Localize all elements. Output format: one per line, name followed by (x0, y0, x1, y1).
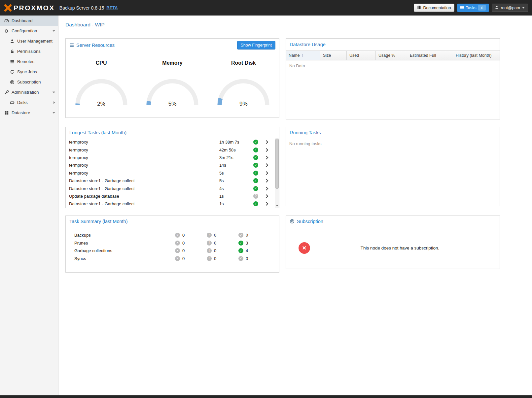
column-label: Usage % (378, 53, 395, 58)
datastore-usage-empty-text: No Data (286, 60, 500, 71)
chevron-right-icon[interactable] (266, 140, 275, 144)
sidebar-item-remotes[interactable]: Remotes (0, 56, 58, 67)
summary-label: Prunes (66, 241, 175, 246)
tasks-button[interactable]: Tasks 0 (457, 4, 489, 12)
sidebar-item-label: Dashboard (12, 18, 33, 23)
sidebar-item-sync-jobs[interactable]: Sync Jobs (0, 67, 58, 77)
ok-count: 4 (246, 248, 248, 253)
chevron-right-icon[interactable] (266, 148, 275, 152)
chevron-right-icon[interactable] (266, 186, 275, 191)
sidebar-item-label: Administration (12, 90, 39, 95)
task-row[interactable]: termproxy 1h 38m 7s ✓ (66, 138, 275, 146)
task-duration: 1h 38m 7s (219, 140, 253, 145)
ok-count-icon: ✓ (238, 256, 243, 261)
server-resources-panel: Server Resources Show Fingerprint CPU 2%… (65, 38, 279, 118)
task-name: Datastore store1 - Garbage collect (69, 201, 219, 206)
sidebar-item-user-management[interactable]: User Management (0, 36, 58, 46)
gauge-memory: Memory 5% (138, 57, 207, 117)
column-header-usage-[interactable]: Usage % (376, 51, 407, 60)
error-count-icon: × (175, 256, 180, 261)
warning-count-icon: ! (207, 233, 212, 238)
dashboard-content: Server Resources Show Fingerprint CPU 2%… (59, 33, 532, 278)
error-count-icon: × (175, 233, 180, 238)
datastore-icon (4, 111, 9, 115)
status-ok-icon: ✓ (253, 163, 266, 168)
warning-count: 0 (214, 248, 216, 253)
sidebar-item-disks[interactable]: Disks (0, 97, 58, 108)
chevron-right-icon[interactable] (266, 163, 275, 167)
task-name: Datastore store1 - Garbage collect (69, 186, 219, 191)
sidebar-item-label: Sync Jobs (17, 69, 37, 74)
chevron-right-icon[interactable] (266, 202, 275, 206)
chevron-right-icon[interactable] (266, 194, 275, 198)
task-row[interactable]: Datastore store1 - Garbage collect 4s ✓ (66, 184, 275, 192)
chevron-right-icon[interactable] (266, 171, 275, 175)
task-row[interactable]: Datastore store1 - Garbage collect 5s ✓ (66, 177, 275, 184)
beta-link[interactable]: BETA (106, 5, 118, 10)
scrollbar-down-button[interactable] (275, 203, 279, 208)
column-header-estimated-full[interactable]: Estimated Full (407, 51, 453, 60)
lifering-icon (9, 80, 15, 84)
chevron-right-icon[interactable] (53, 101, 55, 104)
task-row[interactable]: termproxy 3m 21s ✓ (66, 154, 275, 161)
task-row[interactable]: termproxy 42m 58s ✓ (66, 146, 275, 153)
task-summary-row-backups[interactable]: Backups ×0 !0 ✓0 (66, 231, 279, 239)
subscription-message: This node does not have a subscription. (310, 246, 500, 250)
topbar-actions: Documentation Tasks 0 root@pam (414, 4, 528, 12)
sidebar-item-configuration[interactable]: Configuration (0, 26, 58, 36)
scrollbar[interactable] (275, 138, 279, 208)
show-fingerprint-button[interactable]: Show Fingerprint (237, 41, 276, 50)
task-row[interactable]: termproxy 14s ✓ (66, 161, 275, 169)
sidebar-item-subscription[interactable]: Subscription (0, 77, 58, 87)
bottom-bar (0, 395, 532, 398)
task-summary-row-prunes[interactable]: Prunes ×0 !0 ✓3 (66, 239, 279, 247)
book-icon (417, 5, 421, 11)
task-row[interactable]: Update package database 1s ? (66, 192, 275, 200)
documentation-label: Documentation (423, 6, 451, 10)
task-duration: 5s (219, 171, 253, 176)
chevron-right-icon[interactable] (266, 155, 275, 160)
error-count-icon: × (175, 241, 180, 246)
documentation-button[interactable]: Documentation (414, 4, 454, 12)
chevron-down-icon (522, 7, 525, 9)
user-icon (9, 39, 15, 44)
chevron-down-icon[interactable] (53, 91, 55, 93)
column-label: Used (349, 53, 359, 58)
longest-tasks-panel: Longest Tasks (last Month) termproxy 1h … (65, 127, 279, 208)
status-ok-icon: ✓ (253, 140, 266, 145)
column-header-history-last-month-[interactable]: History (last Month) (453, 51, 500, 60)
life-ring-icon (290, 219, 295, 224)
task-row[interactable]: termproxy 5s ✓ (66, 169, 275, 177)
top-bar: PROXMOX Backup Server 0.8-15 BETA Docume… (0, 0, 532, 16)
chevron-down-icon[interactable] (53, 112, 55, 114)
error-count: 0 (182, 256, 185, 261)
wrench-icon (4, 90, 9, 95)
task-duration: 5s (219, 178, 253, 183)
chevron-right-icon[interactable] (266, 179, 275, 183)
chevron-down-icon[interactable] (53, 30, 55, 32)
sidebar-item-administration[interactable]: Administration (0, 87, 58, 97)
list-icon (460, 6, 464, 10)
scrollbar-thumb[interactable] (275, 139, 279, 189)
task-duration: 14s (219, 163, 253, 168)
ok-count: 0 (246, 233, 248, 238)
sidebar-item-permissions[interactable]: Permissions (0, 46, 58, 56)
task-duration: 42m 58s (219, 148, 253, 152)
subscription-panel: Subscription × This node does not have a… (286, 216, 500, 269)
sidebar: Dashboard Configuration User Management … (0, 16, 58, 395)
sync-icon (9, 70, 15, 74)
user-menu-button[interactable]: root@pam (492, 4, 528, 12)
sidebar-item-label: Remotes (17, 59, 34, 64)
ok-count-icon: ✓ (238, 233, 243, 238)
sidebar-item-dashboard[interactable]: Dashboard (0, 16, 58, 26)
status-ok-icon: ✓ (253, 155, 266, 160)
sidebar-item-datastore[interactable]: Datastore (0, 108, 58, 118)
longest-tasks-title: Longest Tasks (last Month) (69, 130, 126, 135)
task-summary-title: Task Summary (last Month) (69, 219, 127, 224)
task-summary-row-garbage-collections[interactable]: Garbage collections ×0 !0 ✓4 (66, 247, 279, 255)
task-summary-row-syncs[interactable]: Syncs ×0 !0 ✓0 (66, 255, 279, 263)
column-header-size[interactable]: Size (320, 51, 347, 60)
task-row[interactable]: Datastore store1 - Garbage collect 1s ✓ (66, 200, 275, 208)
column-header-name[interactable]: Name ↑ (286, 51, 320, 60)
column-header-used[interactable]: Used (347, 51, 376, 60)
